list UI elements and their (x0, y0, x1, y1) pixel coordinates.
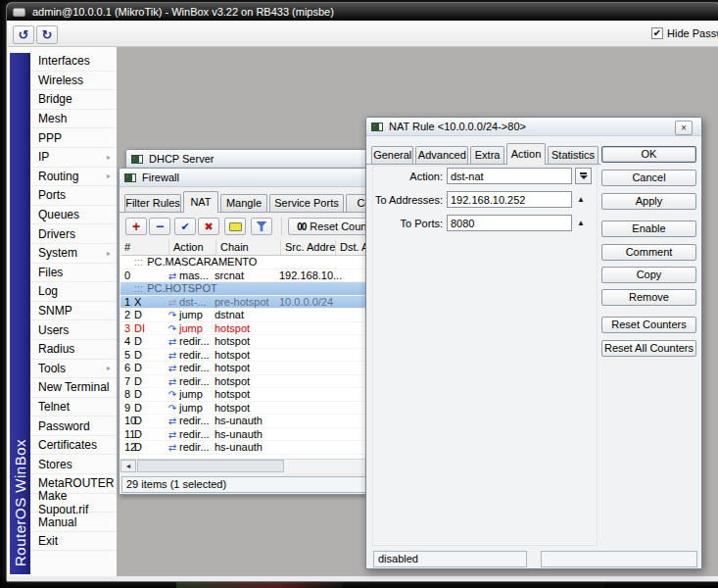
filter-button[interactable] (251, 218, 272, 235)
main-titlebar[interactable]: admin@10.0.0.1 (MikroTik) - WinBox v3.22… (7, 3, 718, 21)
sidebar-item-mesh[interactable]: Mesh (30, 110, 117, 129)
sidebar-item-new-terminal[interactable]: New Terminal (30, 378, 117, 398)
to-ports-up-icon[interactable]: ▲ (577, 219, 585, 227)
submenu-arrow-icon: ▸ (107, 172, 111, 180)
disable-rule-button[interactable]: ✖ (198, 218, 219, 235)
undo-button[interactable]: ↺ (13, 25, 34, 44)
sidebar-item-ip[interactable]: IP▸ (30, 148, 117, 168)
sidebar-item-password[interactable]: Password (30, 416, 117, 436)
apply-button[interactable]: Apply (601, 193, 696, 210)
brand-stripe: RouterOS WinBox (10, 53, 30, 574)
sidebar-item-label: Files (38, 266, 111, 279)
ok-button[interactable]: OK (601, 146, 696, 163)
to-addresses-up-icon[interactable]: ▲ (577, 195, 585, 204)
main-toolbar: ↺ ↻ ✔ Hide Password (8, 21, 718, 47)
sidebar-item-tools[interactable]: Tools▸ (30, 360, 117, 379)
rule-number: 1 (120, 296, 134, 310)
hide-password-checkbox[interactable]: ✔ (651, 27, 663, 39)
sidebar-item-system[interactable]: System▸ (30, 244, 117, 264)
jump-icon: ↷ (166, 402, 179, 416)
sidebar-item-ports[interactable]: Ports (30, 186, 117, 206)
rule-number: 4 (120, 335, 134, 349)
sidebar-item-users[interactable]: Users (30, 320, 117, 340)
reset-counters-button[interactable]: Reset Counters (601, 317, 696, 333)
jump-icon: ↷ (166, 322, 179, 336)
action-dropdown-button[interactable] (575, 168, 592, 184)
sidebar-item-queues[interactable]: Queues (30, 206, 117, 225)
sidebar-item-routing[interactable]: Routing▸ (30, 168, 117, 187)
rule-chain: dstnat (213, 309, 277, 322)
redirect-icon: ⇄ (166, 415, 179, 428)
tab-extra[interactable]: Extra (470, 146, 504, 164)
column-header-[interactable]: # (120, 240, 169, 255)
rule-flags: D (134, 335, 166, 349)
scrollbar-thumb[interactable] (137, 460, 284, 472)
sidebar-item-make-supout-rif[interactable]: Make Supout.rif (30, 494, 117, 514)
rule-action: jump (179, 322, 213, 336)
redo-button[interactable]: ↻ (36, 25, 58, 44)
sidebar-item-drivers[interactable]: Drivers (30, 224, 117, 244)
rule-number: 0 (120, 270, 134, 283)
tab-filter-rules[interactable]: Filter Rules (124, 194, 181, 212)
sidebar-item-exit[interactable]: Exit (30, 532, 117, 552)
copy-button[interactable]: Copy (601, 267, 696, 283)
scroll-left-button[interactable]: ◄ (120, 460, 136, 472)
tab-statistics[interactable]: Statistics (548, 146, 598, 164)
remove-button[interactable]: Remove (601, 289, 696, 306)
remove-rule-button[interactable]: − (149, 218, 170, 235)
to-ports-input[interactable] (447, 215, 572, 231)
tab-advanced[interactable]: Advanced (415, 146, 468, 164)
sidebar-item-interfaces[interactable]: Interfaces (30, 52, 117, 72)
rule-number: 12 (120, 441, 134, 455)
sidebar-item-radius[interactable]: Radius (30, 340, 117, 360)
enable-button[interactable]: Enable (601, 220, 696, 237)
reset-all-counters-button[interactable]: Reset All Counters (601, 340, 696, 357)
column-header-chain[interactable]: Chain (216, 240, 281, 255)
rule-src-address (277, 388, 356, 402)
to-addresses-field-row: To Addresses: ▲ (370, 191, 585, 208)
sidebar-item-files[interactable]: Files (30, 264, 117, 283)
tab-general[interactable]: General (371, 146, 413, 164)
rule-action: redir... (179, 415, 213, 428)
scroll-left-icon: ◄ (125, 463, 132, 469)
column-header-action[interactable]: Action (169, 240, 216, 255)
dialog-status-left: disabled (373, 551, 527, 567)
hide-password-control[interactable]: ✔ Hide Password (651, 27, 718, 39)
rule-flags: D (134, 375, 166, 389)
rule-chain: hs-unauth (213, 428, 277, 442)
sidebar-item-label: PPP (38, 131, 111, 145)
jump-icon: ↷ (166, 388, 179, 402)
rule-src-address (277, 362, 356, 375)
comment-text: PC.HOTSPOT (147, 282, 217, 296)
add-rule-button[interactable]: + (125, 218, 147, 235)
nat-rule-dialog: NAT Rule <10.0.0.0/24->80> × GeneralAdva… (365, 117, 702, 569)
sidebar-item-snmp[interactable]: SNMP (30, 302, 117, 321)
action-input[interactable] (447, 168, 572, 184)
tab-service-ports[interactable]: Service Ports (269, 194, 344, 212)
sidebar-item-ppp[interactable]: PPP (30, 128, 117, 148)
dialog-close-button[interactable]: × (675, 121, 693, 135)
redirect-icon: ⇄ (166, 335, 179, 349)
tab-nat[interactable]: NAT (183, 191, 218, 213)
sidebar-item-bridge[interactable]: Bridge (30, 90, 117, 110)
rule-flags: DI (134, 322, 166, 336)
to-addresses-input[interactable] (447, 191, 572, 208)
cancel-button[interactable]: Cancel (601, 170, 696, 186)
dialog-titlebar[interactable]: NAT Rule <10.0.0.0/24->80> (366, 118, 701, 136)
comment-button[interactable] (224, 218, 246, 235)
enable-rule-button[interactable]: ✔ (174, 218, 196, 235)
comment-button[interactable]: Comment (601, 244, 696, 261)
tab-mangle[interactable]: Mangle (220, 194, 267, 212)
sidebar-item-telnet[interactable]: Telnet (30, 398, 117, 417)
rule-number: 7 (120, 375, 134, 389)
column-header-src-address[interactable]: Src. Address (281, 240, 336, 255)
sidebar-item-wireless[interactable]: Wireless (30, 72, 117, 91)
tab-action[interactable]: Action (506, 143, 546, 165)
sidebar-item-manual[interactable]: Manual (30, 513, 117, 532)
sidebar-item-log[interactable]: Log (30, 282, 117, 302)
masquerade-icon: ⇄ (166, 270, 179, 283)
dropdown-triangle-icon (580, 175, 588, 183)
dhcp-window-titlebar[interactable]: DHCP Server (126, 150, 379, 169)
sidebar-item-certificates[interactable]: Certificates (30, 436, 117, 456)
sidebar-item-stores[interactable]: Stores (30, 455, 117, 474)
